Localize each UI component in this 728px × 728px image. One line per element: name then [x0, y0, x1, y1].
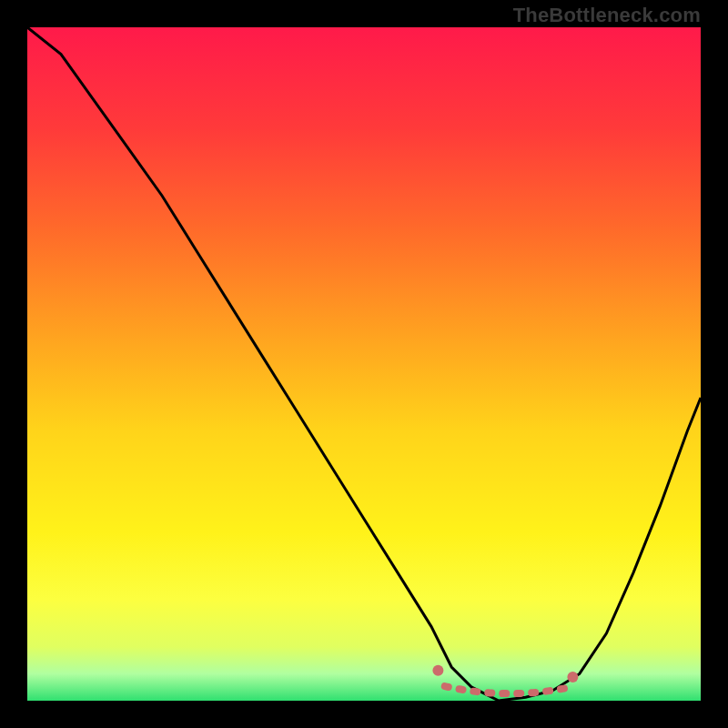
svg-point-1 — [567, 672, 578, 682]
watermark-text: TheBottleneck.com — [513, 4, 701, 27]
chart-container: TheBottleneck.com — [0, 0, 728, 728]
chart-overlay-svg — [27, 27, 701, 701]
bottleneck-curve — [27, 27, 701, 701]
svg-point-0 — [432, 665, 443, 676]
